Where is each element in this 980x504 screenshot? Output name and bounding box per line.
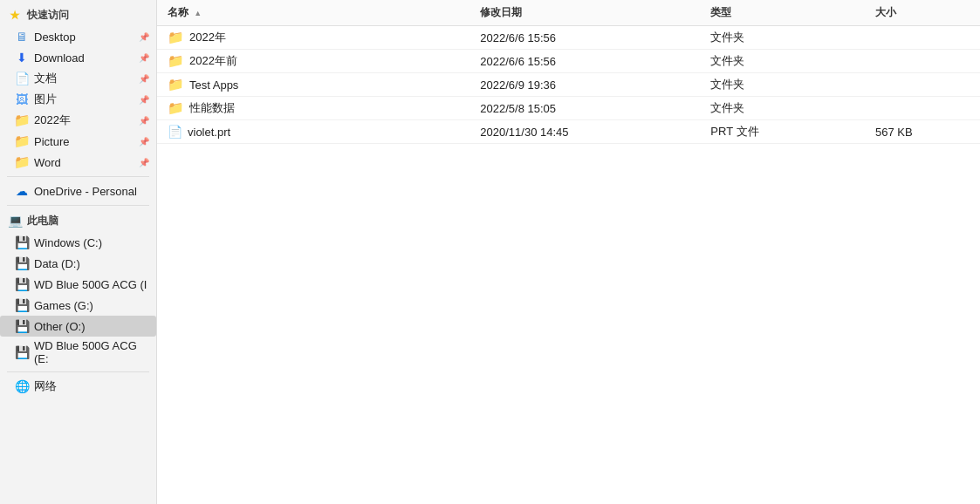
- sidebar-item-label: 网络: [34, 378, 57, 394]
- sidebar-item-label: OneDrive - Personal: [34, 185, 137, 198]
- folder-icon: 📁: [168, 30, 184, 45]
- folder-icon: 📁: [14, 133, 30, 149]
- sidebar-item-2022[interactable]: 📁 2022年 📌: [0, 110, 156, 131]
- table-header-row: 名称 ▲ 修改日期 类型 大小: [157, 0, 980, 26]
- sidebar-item-windows[interactable]: 💾 Windows (C:): [0, 232, 156, 253]
- sidebar-item-word[interactable]: 📁 Word 📌: [0, 152, 156, 173]
- file-size-cell: [865, 50, 980, 73]
- sidebar-item-label: 2022年: [34, 112, 71, 128]
- drive-icon: 💾: [14, 344, 30, 360]
- file-name-cell: 📁 Test Apps: [157, 73, 469, 97]
- pin-icon: 📌: [139, 53, 149, 63]
- file-type-cell: 文件夹: [700, 73, 865, 97]
- sidebar-item-download[interactable]: ⬇ Download 📌: [0, 47, 156, 68]
- quick-access-header: ★ 快速访问: [0, 3, 156, 26]
- folder-icon: 📁: [168, 77, 184, 92]
- file-size-cell: [865, 26, 980, 50]
- sidebar: ★ 快速访问 🖥 Desktop 📌 ⬇ Download 📌 📄 文档 📌 🖼…: [0, 0, 157, 504]
- column-header-name[interactable]: 名称 ▲: [157, 0, 469, 26]
- sidebar-item-label: 文档: [34, 71, 57, 86]
- file-size-cell: 567 KB: [865, 120, 980, 144]
- file-type-cell: 文件夹: [700, 26, 865, 50]
- file-modified-cell: 2022/6/9 19:36: [469, 73, 700, 97]
- pin-icon: 📌: [139, 95, 149, 105]
- file-name-label: 性能数据: [189, 100, 235, 116]
- desktop-icon: 🖥: [14, 29, 30, 44]
- file-type-cell: 文件夹: [700, 97, 865, 120]
- folder-icon: 📁: [14, 112, 30, 128]
- file-name-label: 2022年前: [189, 53, 237, 69]
- sidebar-item-picture[interactable]: 📁 Picture 📌: [0, 131, 156, 152]
- sidebar-item-label: Word: [34, 156, 61, 169]
- pc-label: 此电脑: [27, 214, 58, 228]
- separator: [7, 205, 149, 206]
- file-size-cell: [865, 73, 980, 97]
- file-type-cell: PRT 文件: [700, 120, 865, 144]
- file-modified-cell: 2022/6/6 15:56: [469, 50, 700, 73]
- file-name-cell: 📁 2022年前: [157, 50, 469, 73]
- sidebar-item-label: Data (D:): [34, 257, 80, 270]
- pin-icon: 📌: [139, 74, 149, 84]
- pin-icon: 📌: [139, 116, 149, 126]
- drive-icon: 💾: [14, 297, 30, 313]
- sidebar-item-docs[interactable]: 📄 文档 📌: [0, 68, 156, 89]
- separator: [7, 176, 149, 177]
- separator: [7, 371, 149, 372]
- file-size-cell: [865, 97, 980, 120]
- sidebar-item-label: WD Blue 500G ACG (E:: [34, 339, 149, 365]
- download-icon: ⬇: [14, 50, 30, 65]
- star-icon: ★: [7, 7, 23, 23]
- table-row[interactable]: 📁 性能数据 2022/5/8 15:05 文件夹: [157, 97, 980, 120]
- file-name-label: Test Apps: [189, 78, 238, 92]
- drive-icon: 💾: [14, 318, 30, 334]
- column-header-modified[interactable]: 修改日期: [469, 0, 700, 26]
- file-name-cell: 📄 violet.prt: [157, 120, 469, 144]
- sidebar-item-wd2[interactable]: 💾 WD Blue 500G ACG (E:: [0, 337, 156, 368]
- sidebar-item-onedrive[interactable]: ☁ OneDrive - Personal: [0, 180, 156, 201]
- main-content: 名称 ▲ 修改日期 类型 大小 📁: [157, 0, 980, 504]
- sidebar-item-wd1[interactable]: 💾 WD Blue 500G ACG (I: [0, 274, 156, 295]
- sidebar-item-label: Download: [34, 51, 85, 65]
- sidebar-item-data[interactable]: 💾 Data (D:): [0, 253, 156, 274]
- pc-icon: 💻: [7, 213, 23, 228]
- table-row[interactable]: 📁 2022年 2022/6/6 15:56 文件夹: [157, 26, 980, 50]
- column-header-size[interactable]: 大小: [865, 0, 980, 26]
- sidebar-item-network[interactable]: 🌐 网络: [0, 376, 156, 397]
- quick-access-label: 快速访问: [27, 8, 69, 23]
- pin-icon: 📌: [139, 32, 149, 42]
- folder-icon: 📁: [14, 154, 30, 170]
- sidebar-item-pics[interactable]: 🖼 图片 📌: [0, 89, 156, 110]
- table-row[interactable]: 📁 2022年前 2022/6/6 15:56 文件夹: [157, 50, 980, 73]
- column-header-type[interactable]: 类型: [700, 0, 865, 26]
- table-row[interactable]: 📄 violet.prt 2020/11/30 14:45 PRT 文件 567…: [157, 120, 980, 144]
- file-name-cell: 📁 性能数据: [157, 97, 469, 120]
- drive-icon: 💾: [14, 276, 30, 292]
- folder-icon: 📁: [168, 100, 184, 116]
- drive-icon: 💾: [14, 235, 30, 250]
- pc-header: 💻 此电脑: [0, 209, 156, 232]
- sidebar-item-games[interactable]: 💾 Games (G:): [0, 295, 156, 316]
- sort-arrow-icon: ▲: [194, 9, 202, 17]
- table-row[interactable]: 📁 Test Apps 2022/6/9 19:36 文件夹: [157, 73, 980, 97]
- docs-icon: 📄: [14, 71, 30, 86]
- pin-icon: 📌: [139, 158, 149, 167]
- network-icon: 🌐: [14, 378, 30, 394]
- file-table: 名称 ▲ 修改日期 类型 大小 📁: [157, 0, 980, 504]
- sidebar-item-label: WD Blue 500G ACG (I: [34, 278, 147, 291]
- file-modified-cell: 2022/6/6 15:56: [469, 26, 700, 50]
- sidebar-item-desktop[interactable]: 🖥 Desktop 📌: [0, 26, 156, 47]
- sidebar-item-label: Picture: [34, 135, 69, 148]
- file-modified-cell: 2022/5/8 15:05: [469, 97, 700, 120]
- file-icon: 📄: [168, 125, 182, 139]
- pics-icon: 🖼: [14, 92, 30, 107]
- sidebar-item-label: Games (G:): [34, 299, 93, 312]
- drive-icon: 💾: [14, 255, 30, 271]
- sidebar-item-label: Windows (C:): [34, 236, 102, 249]
- pin-icon: 📌: [139, 137, 149, 146]
- file-modified-cell: 2020/11/30 14:45: [469, 120, 700, 144]
- file-name-label: 2022年: [189, 30, 226, 45]
- file-name-label: violet.prt: [188, 126, 230, 139]
- sidebar-item-label: 图片: [34, 92, 57, 107]
- sidebar-item-other[interactable]: 💾 Other (O:): [0, 316, 156, 337]
- sidebar-item-label: Other (O:): [34, 320, 86, 333]
